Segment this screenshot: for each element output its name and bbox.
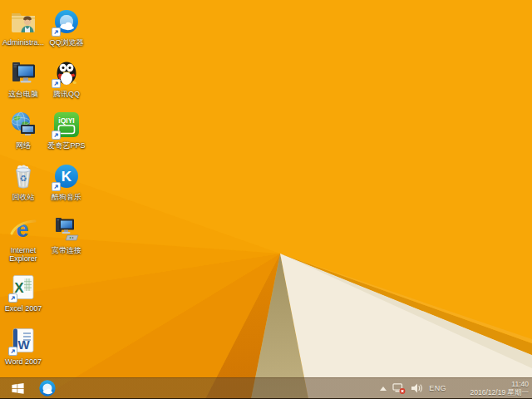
- desktop-icon-label: 酷狗音乐: [52, 193, 81, 201]
- word-icon: W: [9, 327, 37, 355]
- chevron-up-icon: [380, 387, 387, 391]
- clock-time: 11:40: [452, 380, 529, 388]
- qq-browser-icon: [38, 379, 57, 397]
- clock-date: 2016/12/19 星期一: [452, 388, 529, 397]
- show-hidden-icons-button[interactable]: [380, 387, 387, 391]
- desktop-icon-label: 宽带连接: [52, 246, 81, 254]
- desktop-icon-excel-2007[interactable]: X Excel 2007: [0, 273, 48, 313]
- user-folder-icon: [9, 7, 37, 36]
- desktop-icon-broadband-connection[interactable]: 宽带连接: [42, 215, 91, 254]
- desktop-icon-label: 腾讯QQ: [53, 90, 80, 98]
- shortcut-arrow-icon: [8, 293, 17, 303]
- start-button[interactable]: [0, 378, 35, 398]
- desktop-icon-label: 爱奇艺PPS: [47, 141, 85, 150]
- desktop-icon-word-2007[interactable]: W Word 2007: [0, 327, 48, 366]
- volume-icon[interactable]: [411, 383, 423, 393]
- qq-penguin-icon: [52, 59, 81, 87]
- shortcut-arrow-icon: [52, 131, 61, 140]
- excel-icon: X: [9, 273, 37, 302]
- internet-explorer-icon: e: [9, 215, 37, 244]
- desktop-icon-label: Internet Explorer: [0, 246, 47, 263]
- taskbar: ENG 11:40 2016/12/19 星期一: [0, 377, 532, 399]
- desktop-icon-iqiyi-pps[interactable]: iQIYI 爱奇艺PPS: [42, 111, 91, 150]
- desktop-icon-label: 网络: [16, 141, 31, 150]
- shortcut-arrow-icon: [52, 182, 61, 191]
- desktop-icon-kugou-music[interactable]: K 酷狗音乐: [42, 162, 91, 201]
- desktop-icon-label: QQ浏览器: [49, 38, 83, 47]
- desktop-icon-label: 回收站: [12, 193, 35, 201]
- taskbar-clock[interactable]: 11:40 2016/12/19 星期一: [452, 380, 529, 397]
- kugou-icon: K: [52, 162, 81, 190]
- svg-text:iQIYI: iQIYI: [58, 116, 74, 125]
- desktop-icon-tencent-qq[interactable]: 腾讯QQ: [42, 59, 91, 98]
- system-tray: ENG 11:40 2016/12/19 星期一: [380, 378, 532, 398]
- desktop-icon-label: 这台电脑: [8, 90, 38, 98]
- desktop-icon-label: Excel 2007: [5, 304, 42, 313]
- iqiyi-icon: iQIYI: [52, 111, 81, 139]
- shortcut-arrow-icon: [52, 27, 61, 37]
- desktop-icon-label: Administra...: [2, 38, 44, 47]
- svg-text:e: e: [16, 217, 28, 242]
- shortcut-arrow-icon: [52, 79, 61, 88]
- svg-text:♻: ♻: [20, 174, 27, 183]
- qq-browser-icon: [52, 7, 81, 36]
- network-globe-icon: [9, 111, 37, 139]
- network-status-icon[interactable]: [392, 383, 406, 394]
- desktop-icon-label: Word 2007: [5, 357, 42, 366]
- desktop[interactable]: Administra... 这台电脑: [0, 0, 532, 399]
- shortcut-arrow-icon: [8, 347, 17, 356]
- taskbar-qq-browser-button[interactable]: [35, 378, 60, 398]
- svg-text:W: W: [17, 337, 30, 352]
- windows-logo-icon: [11, 382, 25, 396]
- computer-icon: [9, 59, 37, 87]
- svg-text:K: K: [62, 169, 72, 185]
- desktop-icon-qq-browser[interactable]: QQ浏览器: [42, 7, 91, 47]
- recycle-bin-icon: ♻: [9, 162, 37, 190]
- language-indicator[interactable]: ENG: [429, 384, 446, 392]
- broadband-connection-icon: [52, 215, 81, 244]
